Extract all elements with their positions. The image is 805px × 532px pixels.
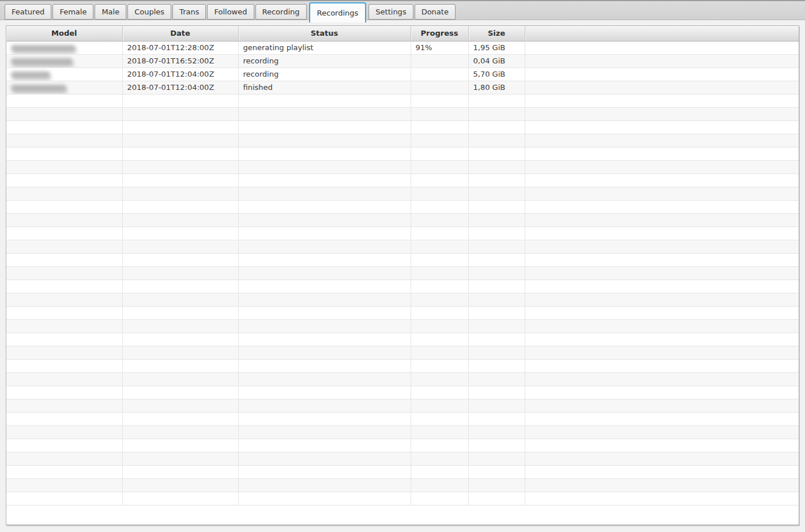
tab-donate[interactable]: Donate [415,4,456,20]
tab-female[interactable]: Female [52,4,93,20]
empty-cell [6,439,122,452]
empty-cell [525,107,799,120]
empty-cell [122,253,238,266]
empty-cell [6,386,122,399]
column-header-status[interactable]: Status [238,26,411,41]
cell-date: 2018-07-01T12:04:00Z [122,67,238,81]
empty-cell [238,412,411,425]
cell-model [6,81,122,94]
empty-cell [122,333,238,346]
tab-recording[interactable]: Recording [255,4,307,20]
empty-cell [468,386,525,399]
recordings-table-panel: ModelDateStatusProgressSize 2018-07-01T1… [6,25,799,525]
empty-cell [411,386,468,399]
empty-cell [525,492,799,505]
cell-model [6,41,122,54]
empty-cell [6,359,122,372]
empty-table-row [6,120,799,134]
empty-cell [411,173,468,187]
empty-cell [6,372,122,386]
empty-cell [525,399,799,412]
table-row[interactable]: 2018-07-01T16:52:00Zrecording0,04 GiB [6,54,799,67]
table-row[interactable]: 2018-07-01T12:28:00Zgenerating playlist9… [6,41,799,54]
recordings-table: ModelDateStatusProgressSize 2018-07-01T1… [6,26,799,505]
column-header-progress[interactable]: Progress [411,26,468,41]
empty-cell [122,200,238,213]
empty-cell [468,253,525,266]
empty-cell [6,425,122,439]
empty-cell [411,465,468,478]
redacted-model-name [11,45,76,51]
empty-cell [468,465,525,478]
empty-table-row [6,94,799,107]
column-header-model[interactable]: Model [6,26,122,41]
empty-cell [122,120,238,134]
cell-size: 5,70 GiB [468,67,525,81]
empty-table-row [6,386,799,399]
empty-cell [6,412,122,425]
empty-cell [525,120,799,134]
empty-cell [525,94,799,107]
empty-cell [238,478,411,492]
empty-cell [122,293,238,306]
empty-cell [525,478,799,492]
tab-couples[interactable]: Couples [127,4,171,20]
empty-cell [525,227,799,240]
empty-cell [468,439,525,452]
empty-cell [468,266,525,280]
empty-cell [122,412,238,425]
empty-cell [238,492,411,505]
tab-recordings[interactable]: Recordings [309,2,367,22]
empty-cell [6,306,122,319]
empty-cell [6,333,122,346]
empty-cell [6,187,122,200]
tab-bar: FeaturedFemaleMaleCouplesTransFollowedRe… [0,0,805,20]
table-row[interactable]: 2018-07-01T12:04:00Zrecording5,70 GiB [6,67,799,81]
cell-date: 2018-07-01T16:52:00Z [122,54,238,67]
empty-table-row [6,107,799,120]
empty-table-row [6,240,799,253]
column-header-extra[interactable] [525,26,799,41]
empty-cell [238,240,411,253]
empty-cell [238,227,411,240]
empty-cell [238,187,411,200]
empty-cell [411,412,468,425]
empty-cell [525,280,799,293]
column-header-size[interactable]: Size [468,26,525,41]
empty-table-row [6,213,799,227]
empty-cell [411,134,468,147]
empty-cell [411,213,468,227]
empty-cell [6,465,122,478]
empty-table-row [6,200,799,213]
tab-settings[interactable]: Settings [368,4,413,20]
table-row[interactable]: 2018-07-01T12:04:00Zfinished1,80 GiB [6,81,799,94]
tab-featured[interactable]: Featured [5,4,51,20]
empty-cell [238,94,411,107]
empty-table-row [6,425,799,439]
empty-cell [238,280,411,293]
empty-cell [525,372,799,386]
empty-cell [411,280,468,293]
tab-trans[interactable]: Trans [172,4,206,20]
empty-cell [411,492,468,505]
empty-cell [238,319,411,333]
empty-cell [6,120,122,134]
cell-status: recording [238,67,411,81]
empty-cell [238,386,411,399]
empty-cell [122,478,238,492]
cell-extra [525,54,799,67]
empty-cell [238,346,411,359]
empty-cell [238,200,411,213]
empty-cell [411,293,468,306]
empty-cell [238,333,411,346]
cell-status: finished [238,81,411,94]
empty-cell [122,386,238,399]
cell-model [6,54,122,67]
cell-progress [411,54,468,67]
empty-table-row [6,452,799,465]
column-header-date[interactable]: Date [122,26,238,41]
empty-cell [525,293,799,306]
tab-male[interactable]: Male [95,4,126,20]
empty-cell [525,266,799,280]
tab-followed[interactable]: Followed [207,4,254,20]
